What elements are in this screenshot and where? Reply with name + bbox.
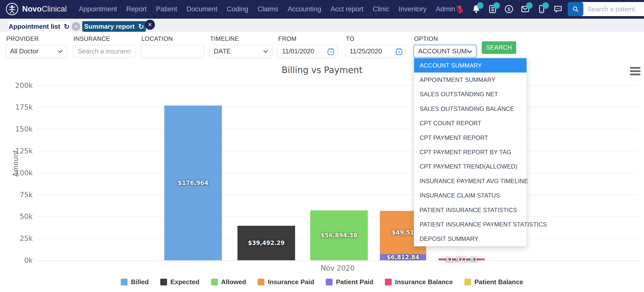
option-dropdown-menu: ACCOUNT SUMMARYAPPOINTMENT SUMMARYSALES …	[414, 58, 527, 246]
nav-item-admin[interactable]: Admin	[436, 5, 455, 13]
option-item-cpt-payment-trend-allowed[interactable]: CPT PAYMENT TREND(ALLOWED)	[414, 159, 527, 174]
legend-swatch-insurance-paid	[258, 279, 264, 285]
from-label: FROM	[278, 35, 338, 42]
legend-patient-balance[interactable]: Patient Balance	[464, 278, 523, 286]
option-item-cpt-payment-report[interactable]: CPT PAYMENT REPORT	[414, 131, 527, 145]
chart-menu-icon[interactable]	[630, 67, 640, 77]
refresh-icon[interactable]: ↻	[64, 22, 69, 31]
nav-item-inventory[interactable]: Inventory	[398, 5, 426, 13]
bar-insurance-balance[interactable]	[438, 258, 485, 260]
gridline-0k	[36, 260, 639, 261]
option-item-appointment-summary[interactable]: APPOINTMENT SUMMARY	[414, 73, 527, 87]
nav-item-acct-report[interactable]: Acct report	[331, 5, 364, 13]
nav-item-clinic[interactable]: Clinic	[373, 5, 389, 13]
patient-search-input[interactable]	[583, 5, 644, 13]
to-date-field[interactable]: 11/25/2020	[345, 45, 406, 57]
option-item-sales-outstanding-net[interactable]: SALES OUTSTANDING NET	[414, 87, 527, 102]
gridline-200k	[36, 85, 639, 86]
timeline-label: TIMELINE	[210, 35, 272, 42]
legend-insurance-balance[interactable]: Insurance Balance	[385, 278, 453, 286]
legend-label: Insurance Balance	[395, 278, 453, 286]
location-field[interactable]	[141, 45, 204, 57]
timeline-select[interactable]: DATE	[210, 45, 272, 57]
option-item-sales-outstanding-balance[interactable]: SALES OUTSTANDING BALANCE	[414, 102, 527, 116]
nav-item-coding[interactable]: Coding	[227, 5, 248, 13]
provider-value: All Doctor	[10, 47, 38, 55]
gridline-175k	[36, 107, 639, 107]
insurance-search-field[interactable]	[73, 45, 136, 57]
legend-swatch-expected	[160, 279, 167, 285]
tasks-list-icon[interactable]	[488, 4, 497, 14]
option-item-account-summary[interactable]: ACCOUNT SUMMARY	[414, 58, 527, 73]
notification-badge	[477, 2, 484, 9]
option-select[interactable]: ACCOUNT SUMMARY	[414, 45, 476, 57]
y-tick-75k: 75k	[5, 190, 33, 199]
insurance-search-input[interactable]	[77, 47, 132, 55]
nav-item-patient[interactable]: Patient	[156, 5, 177, 13]
bar-expected[interactable]	[237, 226, 295, 260]
nav-item-document[interactable]: Document	[186, 5, 217, 13]
legend-label: Billed	[131, 278, 149, 286]
option-item-patient-insurance-payment-statistics[interactable]: PATIENT INSURANCE PAYMENT STATISTICS	[414, 217, 527, 232]
legend-allowed[interactable]: Allowed	[211, 278, 246, 286]
legend-expected[interactable]: Expected	[160, 278, 199, 286]
y-tick-100k: 100k	[5, 169, 33, 177]
legend-insurance-paid[interactable]: Insurance Paid	[258, 278, 314, 286]
legend-swatch-patient-balance	[464, 279, 471, 285]
search-button[interactable]: SEARCH	[482, 41, 516, 54]
bar-billed[interactable]	[164, 106, 222, 260]
provider-select[interactable]: All Doctor	[6, 45, 67, 57]
notification-badge	[493, 2, 500, 9]
y-tick-175k: 175k	[5, 103, 33, 111]
mail-icon[interactable]	[520, 4, 530, 14]
option-item-patient-insurance-statistics[interactable]: PATIENT INSURANCE STATISTICS	[414, 203, 527, 217]
option-item-deposit-summary[interactable]: DEPOSIT SUMMARY	[414, 232, 527, 246]
close-tab-summary-report-icon[interactable]: ×	[145, 20, 155, 30]
option-item-cpt-payment-report-by-tag[interactable]: CPT PAYMENT REPORT BY TAG	[414, 145, 527, 159]
bar-patient-paid[interactable]	[380, 254, 426, 260]
y-tick-150k: 150k	[5, 125, 33, 133]
calendar-icon[interactable]	[327, 47, 335, 56]
phone-icon[interactable]	[537, 4, 546, 14]
bell-icon[interactable]	[471, 4, 481, 14]
novoclinical-logo-icon[interactable]	[6, 3, 19, 16]
refresh-icon[interactable]: ↻	[138, 22, 144, 31]
y-tick-0k: 0k	[5, 256, 33, 265]
report-filters: PROVIDER All Doctor INSURANCE LOCATION T…	[0, 32, 644, 62]
calendar-icon[interactable]	[395, 47, 403, 56]
option-item-insurance-payment-avg-timeline[interactable]: INSURANCE PAYMENT AVG TIMELINE	[414, 174, 527, 188]
legend-label: Expected	[170, 278, 199, 286]
gridline-150k	[36, 129, 639, 129]
nav-item-claims[interactable]: Claims	[258, 5, 278, 13]
y-tick-125k: 125k	[5, 147, 33, 155]
from-date-field[interactable]: 11/01/2020	[278, 45, 338, 57]
option-item-cpt-count-report[interactable]: CPT COUNT REPORT	[414, 116, 527, 131]
nav-item-accounting[interactable]: Accounting	[288, 5, 321, 13]
close-tab-appointment-list-icon[interactable]: ×	[72, 22, 80, 31]
location-input[interactable]	[145, 47, 200, 55]
gridline-100k	[36, 173, 639, 173]
insurance-label: INSURANCE	[73, 35, 136, 42]
legend-swatch-insurance-balance	[385, 279, 392, 285]
from-date-value: 11/01/2020	[282, 47, 314, 55]
chat-icon[interactable]	[553, 4, 563, 14]
y-tick-200k: 200k	[5, 81, 33, 89]
search-icon[interactable]	[568, 2, 583, 16]
y-axis-title: Amount	[12, 150, 19, 177]
tab-appointment-list[interactable]: Appointment list ↻	[8, 21, 70, 32]
open-tabs-strip: Appointment list ↻ × Summary report ↻ ×	[0, 19, 644, 32]
main-menu: AppointmentReportPatientDocumentCodingCl…	[79, 5, 455, 13]
gridline-75k	[36, 195, 639, 195]
bar-allowed[interactable]	[310, 210, 368, 260]
option-item-insurance-claim-status[interactable]: INSURANCE CLAIM STATUS	[414, 188, 527, 203]
legend-patient-paid[interactable]: Patient Paid	[326, 278, 373, 286]
nav-item-report[interactable]: Report	[126, 5, 147, 13]
svg-text:$: $	[508, 7, 510, 12]
tab-summary-report[interactable]: Summary report ↻	[82, 21, 146, 32]
legend-billed[interactable]: Billed	[121, 278, 149, 286]
dollar-icon[interactable]: $	[504, 4, 514, 14]
gridline-125k	[36, 151, 639, 151]
nav-item-appointment[interactable]: Appointment	[79, 5, 117, 13]
provider-label: PROVIDER	[6, 35, 67, 42]
microphone-muted-icon[interactable]	[455, 4, 465, 14]
